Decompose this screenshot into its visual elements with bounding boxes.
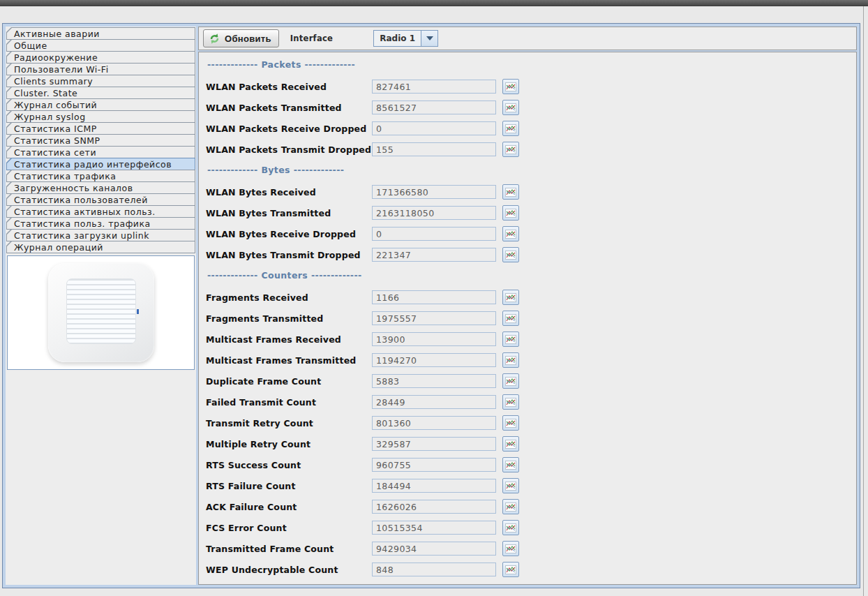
interface-select[interactable]: Radio 1 <box>373 30 438 47</box>
stat-value-input[interactable] <box>372 374 496 388</box>
sidebar-item-18[interactable]: Журнал операций <box>6 241 195 253</box>
chart-button[interactable] <box>502 436 519 452</box>
stat-value-input[interactable] <box>372 121 496 135</box>
sidebar-item-label: Статистика трафика <box>7 170 195 181</box>
chart-button[interactable] <box>502 394 519 410</box>
stat-value-input[interactable] <box>372 227 496 241</box>
sidebar-item-4[interactable]: Clients summary <box>6 75 195 87</box>
chart-button[interactable] <box>502 373 519 389</box>
section-rows: Fragments Received Fragments Transmitted <box>206 290 856 576</box>
sidebar-item-15[interactable]: Статистика активных польз. <box>6 205 195 218</box>
stat-value-input[interactable] <box>372 521 496 535</box>
stat-value-input[interactable] <box>372 500 496 514</box>
refresh-button[interactable]: Обновить <box>203 29 279 47</box>
sidebar-item-10[interactable]: Статистика сети <box>6 146 195 158</box>
chart-button[interactable] <box>502 290 519 305</box>
chart-button[interactable] <box>502 499 519 514</box>
stat-value-input[interactable] <box>372 206 496 220</box>
stat-value-input[interactable] <box>372 332 496 346</box>
stat-row: WLAN Bytes Transmitted <box>206 206 856 220</box>
chart-icon <box>505 314 516 323</box>
chart-button[interactable] <box>502 121 519 136</box>
stat-label: Fragments Transmitted <box>206 313 372 324</box>
chart-icon <box>505 356 516 365</box>
sidebar-item-3[interactable]: Пользователи Wi-Fi <box>6 63 195 75</box>
chevron-down-icon[interactable] <box>421 30 438 47</box>
chart-button[interactable] <box>502 562 519 577</box>
stat-label: WLAN Bytes Transmitted <box>206 208 372 218</box>
sidebar-item-label: Журнал syslog <box>7 111 195 122</box>
stat-value-input[interactable] <box>372 290 496 304</box>
sidebar-item-16[interactable]: Статистика польз. трафика <box>6 217 195 230</box>
sidebar-item-14[interactable]: Статистика пользователей <box>6 193 195 206</box>
stat-value-input[interactable] <box>372 395 496 409</box>
sidebar: Активные аварии Общие Радиоокружение Пол… <box>6 27 196 585</box>
sidebar-item-5[interactable]: Cluster. State <box>6 87 195 99</box>
sidebar-item-12[interactable]: Статистика трафика <box>6 170 195 182</box>
sidebar-item-label: Статистика загрузки uplink <box>7 230 195 241</box>
sidebar-item-13[interactable]: Загруженность каналов <box>6 181 195 194</box>
sidebar-item-1[interactable]: Общие <box>6 39 195 52</box>
chart-button[interactable] <box>502 520 519 535</box>
stats-section: ------------- Bytes ------------- WLAN B… <box>206 165 856 262</box>
stat-value-input[interactable] <box>372 142 496 156</box>
stat-value-input[interactable] <box>372 542 496 556</box>
stat-label: FCS Error Count <box>206 523 372 533</box>
sidebar-item-label: Загруженность каналов <box>7 182 195 193</box>
chart-button[interactable] <box>502 478 519 493</box>
stat-value-input[interactable] <box>372 458 496 472</box>
chart-button[interactable] <box>502 457 519 472</box>
chart-icon <box>505 188 516 197</box>
stat-row: Transmit Retry Count <box>206 416 856 430</box>
sidebar-item-17[interactable]: Статистика загрузки uplink <box>6 229 195 241</box>
access-point-led <box>137 309 139 314</box>
sidebar-item-0[interactable]: Активные аварии <box>6 27 195 40</box>
chart-button[interactable] <box>502 184 519 200</box>
sidebar-item-6[interactable]: Журнал событий <box>6 98 195 111</box>
chart-button[interactable] <box>502 100 519 115</box>
stat-value-input[interactable] <box>372 311 496 325</box>
chart-button[interactable] <box>502 311 519 326</box>
sidebar-item-label: Журнал событий <box>7 99 195 110</box>
sidebar-item-11[interactable]: Статистика радио интерфейсов <box>6 158 195 170</box>
sidebar-item-9[interactable]: Статистика SNMP <box>6 134 195 147</box>
section-title: ------------- Packets ------------- <box>207 59 856 70</box>
chart-button[interactable] <box>502 415 519 431</box>
stat-value-input[interactable] <box>372 479 496 493</box>
chart-icon <box>505 398 516 407</box>
chart-button[interactable] <box>502 541 519 556</box>
chart-button[interactable] <box>502 247 519 262</box>
stat-value-input[interactable] <box>372 437 496 451</box>
refresh-button-label: Обновить <box>225 33 271 44</box>
tab-label: Описание <box>6 8 22 24</box>
chart-icon <box>505 419 516 428</box>
stat-label: Multiple Retry Count <box>206 439 372 449</box>
sidebar-item-2[interactable]: Радиоокружение <box>6 51 195 64</box>
stat-value-input[interactable] <box>372 100 496 114</box>
stat-row: WLAN Packets Transmitted <box>206 100 856 114</box>
chart-button[interactable] <box>502 352 519 368</box>
stat-value-input[interactable] <box>372 80 496 94</box>
stat-label: WLAN Bytes Receive Dropped <box>206 229 372 239</box>
stat-label: RTS Success Count <box>206 460 372 470</box>
sidebar-item-label: Статистика ICMP <box>7 123 195 134</box>
stat-value-input[interactable] <box>372 416 496 430</box>
stat-label: WLAN Packets Received <box>206 82 372 92</box>
chart-button[interactable] <box>502 142 519 157</box>
sidebar-item-7[interactable]: Журнал syslog <box>6 110 195 123</box>
section-rows: WLAN Packets Received WLAN Packets Trans… <box>206 80 856 156</box>
tab-bar: Описание Пользователи Wi-Fi Мониторинг к… <box>6 8 14 24</box>
chart-button[interactable] <box>502 205 519 221</box>
chart-button[interactable] <box>502 79 519 94</box>
chart-button[interactable] <box>502 331 519 347</box>
sidebar-item-label: Статистика польз. трафика <box>7 218 195 229</box>
stat-value-input[interactable] <box>372 185 496 199</box>
chart-button[interactable] <box>502 226 519 241</box>
stat-value-input[interactable] <box>372 563 496 576</box>
stat-row: RTS Success Count <box>206 458 856 472</box>
sidebar-item-label: Активные аварии <box>7 28 195 39</box>
sidebar-item-8[interactable]: Статистика ICMP <box>6 122 195 135</box>
stat-value-input[interactable] <box>372 353 496 367</box>
stat-value-input[interactable] <box>372 248 496 262</box>
tab-label: Статистика RRD <box>13 8 29 24</box>
